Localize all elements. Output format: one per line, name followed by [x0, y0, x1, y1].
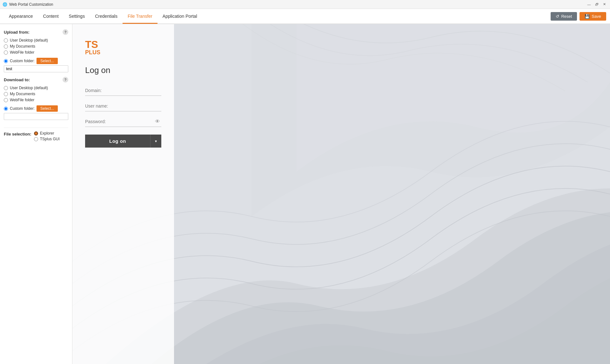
reset-button[interactable]: ↺ Reset	[551, 12, 577, 21]
download-desktop-radio[interactable]	[4, 86, 8, 90]
upload-desktop-radio[interactable]	[4, 38, 8, 43]
titlebar-controls: — 🗗 ✕	[586, 1, 607, 8]
ts-logo-ts: TS	[85, 39, 161, 50]
upload-custom-option[interactable]: Custom folder:	[4, 59, 35, 63]
save-label: Save	[592, 14, 601, 19]
download-folder-input[interactable]	[4, 113, 68, 120]
upload-desktop-label: User Desktop (default)	[10, 38, 48, 43]
upload-mydocs-label: My Documents	[10, 44, 35, 49]
fs-explorer-label: Explorer	[40, 131, 54, 136]
download-radio-group: User Desktop (default) My Documents WebF…	[4, 86, 68, 102]
main-layout: Upload from: ? User Desktop (default) My…	[0, 24, 610, 364]
download-select-button[interactable]: Select...	[37, 105, 58, 112]
file-selection-options: Explorer TSplus GUI	[34, 131, 60, 141]
domain-input[interactable]	[85, 85, 161, 96]
download-mydocs-radio[interactable]	[4, 92, 8, 96]
save-icon: 💾	[585, 14, 590, 19]
download-webfile-label: WebFile folder	[10, 98, 34, 102]
upload-radio-group: User Desktop (default) My Documents WebF…	[4, 38, 68, 55]
upload-select-button[interactable]: Select...	[37, 58, 58, 64]
login-title: Log on	[85, 65, 161, 75]
upload-custom-row: Custom folder: Select...	[4, 58, 68, 64]
fs-explorer-option[interactable]: Explorer	[34, 131, 60, 136]
upload-mydocs-radio[interactable]	[4, 44, 8, 49]
tab-credentials[interactable]: Credentials	[90, 9, 123, 24]
username-input[interactable]	[85, 101, 161, 111]
divider	[4, 128, 68, 128]
upload-help-icon[interactable]: ?	[63, 29, 68, 35]
download-desktop-label: User Desktop (default)	[10, 86, 48, 90]
upload-custom-label: Custom folder:	[10, 59, 35, 63]
tab-filetransfer[interactable]: File Transfer	[123, 9, 158, 24]
upload-label: Upload from:	[4, 30, 30, 35]
fs-tsplus-option[interactable]: TSplus GUI	[34, 137, 60, 141]
menubar: Appearance Content Settings Credentials …	[0, 9, 610, 24]
file-selection-row: File selection: Explorer TSplus GUI	[4, 131, 68, 141]
upload-desktop-option[interactable]: User Desktop (default)	[4, 38, 68, 43]
upload-webfile-radio[interactable]	[4, 50, 8, 55]
eye-icon[interactable]: 👁	[154, 117, 161, 126]
download-desktop-option[interactable]: User Desktop (default)	[4, 86, 68, 90]
password-row: 👁	[85, 116, 161, 127]
download-custom-label: Custom folder:	[10, 106, 35, 111]
tab-content[interactable]: Content	[38, 9, 64, 24]
login-panel: TS PLUS Log on 👁 Log on ▾	[72, 24, 174, 364]
reset-icon: ↺	[556, 14, 559, 19]
save-button[interactable]: 💾 Save	[580, 12, 606, 21]
minimize-button[interactable]: —	[586, 1, 592, 8]
download-custom-row: Custom folder: Select...	[4, 105, 68, 112]
file-selection-label: File selection:	[4, 132, 31, 136]
fs-tsplus-label: TSplus GUI	[40, 137, 60, 141]
close-button[interactable]: ✕	[601, 1, 607, 8]
fs-tsplus-radio[interactable]	[34, 137, 38, 141]
download-mydocs-label: My Documents	[10, 92, 35, 96]
fs-explorer-radio[interactable]	[34, 131, 38, 136]
menubar-actions: ↺ Reset 💾 Save	[551, 12, 606, 21]
password-input[interactable]	[85, 116, 154, 127]
download-custom-radio[interactable]	[4, 107, 8, 111]
ts-logo-plus: PLUS	[85, 50, 161, 55]
ts-logo: TS PLUS	[85, 39, 161, 55]
download-custom-option[interactable]: Custom folder:	[4, 106, 35, 111]
upload-folder-input[interactable]	[4, 65, 68, 72]
upload-custom-radio[interactable]	[4, 59, 8, 63]
titlebar-text: Web Portal Customization	[9, 2, 53, 7]
login-overlay: TS PLUS Log on 👁 Log on ▾	[72, 24, 610, 364]
download-mydocs-option[interactable]: My Documents	[4, 92, 68, 96]
upload-mydocs-option[interactable]: My Documents	[4, 44, 68, 49]
download-webfile-radio[interactable]	[4, 98, 8, 102]
login-dropdown-button[interactable]: ▾	[150, 135, 161, 148]
titlebar: 🌐 Web Portal Customization — 🗗 ✕	[0, 0, 610, 9]
upload-webfile-label: WebFile folder	[10, 50, 34, 55]
preview-area: TS PLUS Log on 👁 Log on ▾	[72, 24, 610, 364]
titlebar-icon: 🌐	[3, 2, 7, 7]
download-section-header: Download to: ?	[4, 77, 68, 83]
login-btn-row: Log on ▾	[85, 135, 161, 148]
titlebar-title: 🌐 Web Portal Customization	[3, 2, 53, 7]
restore-button[interactable]: 🗗	[593, 1, 600, 8]
tab-appearance[interactable]: Appearance	[4, 9, 38, 24]
menubar-tabs: Appearance Content Settings Credentials …	[4, 9, 202, 23]
left-panel: Upload from: ? User Desktop (default) My…	[0, 24, 72, 364]
reset-label: Reset	[561, 14, 572, 19]
upload-webfile-option[interactable]: WebFile folder	[4, 50, 68, 55]
tab-applicationportal[interactable]: Application Portal	[158, 9, 202, 24]
upload-section-header: Upload from: ?	[4, 29, 68, 35]
download-help-icon[interactable]: ?	[63, 77, 68, 83]
tab-settings[interactable]: Settings	[64, 9, 90, 24]
download-label: Download to:	[4, 77, 30, 82]
login-button[interactable]: Log on	[85, 135, 150, 148]
download-webfile-option[interactable]: WebFile folder	[4, 98, 68, 102]
